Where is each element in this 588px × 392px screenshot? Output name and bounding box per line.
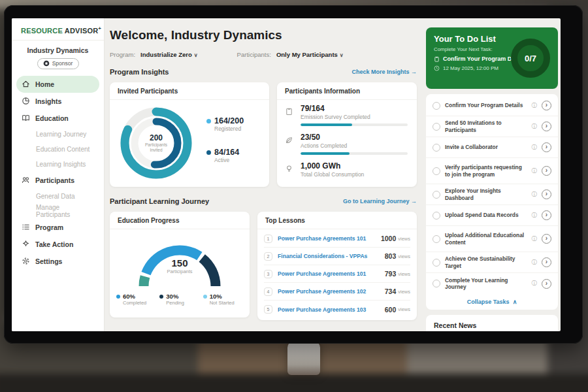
main-content: Welcome, Industry Dynamics Program: Indu… [105,18,423,331]
clock-icon [434,65,440,71]
sidebar-item-insights[interactable]: Insights [16,93,99,110]
todo-panel: Your To Do List Complete Your Next Task:… [423,18,561,331]
chevron-down-icon: ∨ [340,52,344,58]
go-to-learning-journey-link[interactable]: Go to Learning Journey → [343,198,417,204]
top-lessons-card: Top Lessons 1 Power Purchase Agreements … [257,212,417,320]
program-insights-header: Program Insights Check More Insights → [110,68,417,76]
chevron-right-icon[interactable]: › [542,166,551,176]
dashboard-screen: RESOURCE ADVISOR+ Industry Dynamics Spon… [12,18,561,331]
learning-journey-header: Participant Learning Journey Go to Learn… [110,197,417,205]
sponsor-icon [43,60,50,67]
task-row[interactable]: Verify participants requesting to join t… [426,158,558,184]
chevron-right-icon[interactable]: › [542,234,551,244]
sidebar-item-participants[interactable]: Participants [16,172,99,189]
home-icon [22,80,30,88]
chevron-right-icon[interactable]: › [542,279,551,289]
arrow-right-icon: → [411,69,417,75]
legend-dot [206,150,211,155]
card-title: Invited Participants [110,82,269,100]
program-select[interactable]: Industrialize Zero∨ [140,51,198,58]
lesson-row: 1 Power Purchase Agreements 101 1000view… [264,230,410,248]
info-icon: ⓘ [532,102,538,110]
task-row[interactable]: Send 50 Invitations to Participants ⓘ › [426,116,558,137]
global-consumption-row: 1,000 GWh Total Global Consumption [285,161,408,178]
task-row[interactable]: Upload Spend Data Records ⓘ › [426,205,558,226]
sidebar-item-education[interactable]: Education [16,110,99,127]
lesson-link[interactable]: Financial Considerations - VPPAs [278,253,385,259]
lesson-link[interactable]: Power Purchase Agreements 101 [278,270,385,277]
sidebar-nav: Home Insights Education Learning Journey… [12,76,104,270]
book-icon [22,114,30,122]
sidebar-item-learning-journey[interactable]: Learning Journey [16,127,99,142]
task-row[interactable]: Invite a Collaborator ⓘ › [426,137,558,158]
info-icon: ⓘ [532,123,538,131]
task-checkbox[interactable] [433,259,440,267]
chevron-right-icon[interactable]: › [542,142,551,152]
task-row[interactable]: Complete Your Learning Journey ⓘ › [426,273,558,294]
rank-badge: 1 [264,235,272,243]
chevron-right-icon[interactable]: › [542,257,551,267]
task-checkbox[interactable] [433,191,440,199]
todo-progress-ring: 0/7 [510,37,551,79]
card-title: Top Lessons [257,212,417,229]
insights-icon [22,97,30,105]
app-logo: RESOURCE ADVISOR+ [12,18,104,41]
task-checkbox[interactable] [433,235,440,243]
lesson-link[interactable]: Power Purchase Agreements 102 [278,288,385,295]
progress-fill [301,123,352,126]
monitor-stand [287,341,320,375]
education-gauge-chart: 150 Participants [124,233,235,294]
invited-donut-chart: 200 ParticipantsInvited [115,102,197,187]
lesson-row: 2 Financial Considerations - VPPAs 803vi… [264,248,410,265]
sidebar-item-home[interactable]: Home [16,76,99,93]
task-checkbox[interactable] [433,280,440,287]
check-more-insights-link[interactable]: Check More Insights → [351,69,417,75]
participants-filter-label: Participants: [237,51,271,58]
task-list-card: Confirm Your Program Details ⓘ › Send 50… [426,94,558,310]
sidebar-item-settings[interactable]: Settings [16,253,99,270]
progress-fill [301,152,350,155]
sidebar-item-general-data[interactable]: General Data [16,189,99,204]
chevron-right-icon[interactable]: › [542,210,551,220]
desk-scene: RESOURCE ADVISOR+ Industry Dynamics Spon… [0,0,588,392]
task-checkbox[interactable] [433,144,440,152]
sidebar-item-education-content[interactable]: Education Content [16,142,99,157]
sidebar-item-program[interactable]: Program [16,219,99,236]
participants-select[interactable]: Only My Participants∨ [276,51,344,58]
info-icon: ⓘ [532,167,538,175]
task-row[interactable]: Confirm Your Program Details ⓘ › [426,95,558,116]
info-icon: ⓘ [532,280,538,287]
task-row[interactable]: Explore Your Insights Dashboard ⓘ › [426,184,558,205]
sidebar-item-learning-insights[interactable]: Learning Insights [16,157,99,172]
task-checkbox[interactable] [433,102,440,110]
lesson-link[interactable]: Power Purchase Agreements 101 [278,235,381,242]
legend-dot [116,295,120,299]
emission-survey-row: 79/164 Emission Survey Completed [285,104,408,126]
clipboard-icon [434,56,440,62]
chevron-right-icon[interactable]: › [542,189,551,199]
collapse-tasks-link[interactable]: Collapse Tasks∧ [426,294,558,310]
legend-pending: 30% Pending [159,293,202,306]
recent-news-card: Recent News [426,315,558,331]
people-icon [22,176,30,184]
education-legend: 60% Completed 30% Pending 10% Not Starte… [116,293,246,306]
chevron-right-icon[interactable]: › [542,122,551,131]
legend-dot [206,119,211,123]
spark-icon [22,240,30,248]
task-checkbox[interactable] [433,167,440,175]
chevron-up-icon: ∧ [513,299,517,305]
chevron-right-icon[interactable]: › [542,101,551,110]
rank-badge: 2 [264,252,272,261]
sponsor-badge[interactable]: Sponsor [37,58,79,69]
task-row[interactable]: Upload Additional Educational Content ⓘ … [426,226,558,252]
lesson-link[interactable]: Power Purchase Agreements 103 [278,306,385,313]
task-checkbox[interactable] [433,123,440,131]
lightbulb-icon [285,164,293,172]
sidebar-item-manage-participants[interactable]: Manage Participants [16,204,99,219]
page-title: Welcome, Industry Dynamics [110,28,282,42]
section-title: Program Insights [110,68,169,76]
info-icon: ⓘ [532,212,538,220]
task-row[interactable]: Achieve One Sustainability Target ⓘ › [426,252,558,273]
sidebar-item-take-action[interactable]: Take Action [16,236,99,253]
task-checkbox[interactable] [433,212,440,220]
